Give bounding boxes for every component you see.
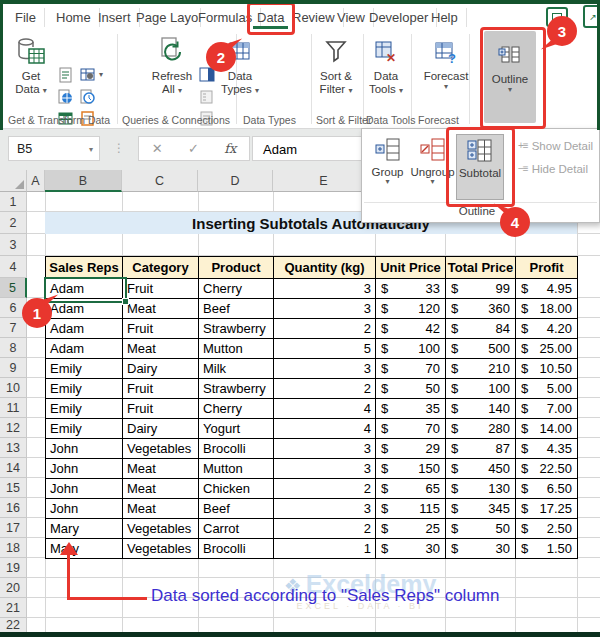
subtotal-menu-button[interactable]: Subtotal <box>456 134 504 200</box>
name-box-dropdown-icon[interactable]: ▾ <box>89 137 93 162</box>
hide-detail-item[interactable]: −≡ Hide Detail <box>518 160 600 177</box>
cell-unit-price[interactable]: $70 <box>376 359 446 379</box>
cell-category[interactable]: Vegetables <box>123 539 199 559</box>
cell-quantity[interactable]: 3 <box>274 499 376 519</box>
group-menu-button[interactable]: Group ▾ <box>365 134 410 200</box>
cell-category[interactable]: Fruit <box>123 379 199 399</box>
cell-unit-price[interactable]: $100 <box>376 339 446 359</box>
cell-product[interactable]: Cherry <box>199 279 274 299</box>
selected-cell-B5[interactable] <box>44 277 127 303</box>
cell-product[interactable]: Brocolli <box>199 439 274 459</box>
cell-unit-price[interactable]: $70 <box>376 419 446 439</box>
cell-sales-rep[interactable]: John <box>46 499 123 519</box>
row-header-7[interactable]: 7 <box>0 318 27 338</box>
cell-product[interactable]: Beef <box>199 499 274 519</box>
data-tools-button[interactable]: ✕ Data Tools ▾ <box>361 34 411 96</box>
cell-sales-rep[interactable]: Emily <box>46 359 123 379</box>
cell-profit[interactable]: $10.50 <box>516 359 578 379</box>
cell-category[interactable]: Dairy <box>123 419 199 439</box>
row-header-12[interactable]: 12 <box>0 418 27 438</box>
cell-total-price[interactable]: $140 <box>446 399 516 419</box>
row-header-20[interactable]: 20 <box>0 578 27 598</box>
cell-sales-rep[interactable]: Emily <box>46 419 123 439</box>
cell-quantity[interactable]: 3 <box>274 439 376 459</box>
cell-profit[interactable]: $18.00 <box>516 299 578 319</box>
cell-product[interactable]: Milk <box>199 359 274 379</box>
cell-sales-rep[interactable]: Adam <box>46 339 123 359</box>
cell-category[interactable]: Vegetables <box>123 519 199 539</box>
cell-category[interactable]: Fruit <box>123 279 199 299</box>
row-header-15[interactable]: 15 <box>0 478 27 498</box>
column-header-D[interactable]: D <box>198 170 273 192</box>
cell-unit-price[interactable]: $150 <box>376 459 446 479</box>
column-header-E[interactable]: E <box>273 170 375 192</box>
row-header-14[interactable]: 14 <box>0 458 27 478</box>
cell-sales-rep[interactable]: John <box>46 459 123 479</box>
table-header-cell[interactable]: Category <box>123 257 199 279</box>
cell-profit[interactable]: $17.25 <box>516 499 578 519</box>
recent-sources-icon[interactable] <box>79 88 96 105</box>
cell-profit[interactable]: $14.00 <box>516 419 578 439</box>
row-header-22[interactable]: 22 <box>0 618 27 633</box>
cell-profit[interactable]: $4.95 <box>516 279 578 299</box>
cell-quantity[interactable]: 3 <box>274 459 376 479</box>
row-header-17[interactable]: 17 <box>0 518 27 538</box>
cell-total-price[interactable]: $210 <box>446 359 516 379</box>
from-picture-icon[interactable] <box>79 66 96 83</box>
cell-unit-price[interactable]: $65 <box>376 479 446 499</box>
table-header-cell[interactable]: Quantity (kg) <box>274 257 376 279</box>
cell-product[interactable]: Strawberry <box>199 379 274 399</box>
cell-quantity[interactable]: 4 <box>274 399 376 419</box>
cell-quantity[interactable]: 5 <box>274 339 376 359</box>
row-header-9[interactable]: 9 <box>0 358 27 378</box>
row-header-13[interactable]: 13 <box>0 438 27 458</box>
cell-sales-rep[interactable]: John <box>46 439 123 459</box>
row-header-3[interactable]: 3 <box>0 234 27 256</box>
ungroup-menu-button[interactable]: Ungroup ▾ <box>410 134 455 200</box>
cell-unit-price[interactable]: $25 <box>376 519 446 539</box>
cell-sales-rep[interactable]: Mary <box>46 539 123 559</box>
cell-unit-price[interactable]: $33 <box>376 279 446 299</box>
cell-profit[interactable]: $4.20 <box>516 319 578 339</box>
column-header-B[interactable]: B <box>45 170 122 192</box>
cell-category[interactable]: Dairy <box>123 359 199 379</box>
tab-help[interactable]: Help <box>423 8 467 27</box>
cell-quantity[interactable]: 3 <box>274 359 376 379</box>
cell-total-price[interactable]: $87 <box>446 439 516 459</box>
cell-unit-price[interactable]: $35 <box>376 399 446 419</box>
table-header-cell[interactable]: Total Price <box>446 257 516 279</box>
forecast-button[interactable]: ? Forecast ▾ <box>420 34 472 91</box>
cell-product[interactable]: Beef <box>199 299 274 319</box>
cell-sales-rep[interactable]: Adam <box>46 319 123 339</box>
cell-profit[interactable]: $25.00 <box>516 339 578 359</box>
cell-total-price[interactable]: $100 <box>446 379 516 399</box>
cell-quantity[interactable]: 2 <box>274 319 376 339</box>
column-header-A[interactable]: A <box>27 170 45 192</box>
cell-category[interactable]: Fruit <box>123 399 199 419</box>
table-header-cell[interactable]: Product <box>199 257 274 279</box>
select-all-corner[interactable] <box>0 170 27 192</box>
enter-icon[interactable]: ✓ <box>188 141 199 156</box>
cell-category[interactable]: Meat <box>123 499 199 519</box>
column-header-C[interactable]: C <box>122 170 198 192</box>
row-header-2[interactable]: 2 <box>0 212 27 234</box>
cell-product[interactable]: Chicken <box>199 479 274 499</box>
name-box[interactable]: B5▾ <box>8 136 100 161</box>
cell-category[interactable]: Vegetables <box>123 439 199 459</box>
cell-total-price[interactable]: $280 <box>446 419 516 439</box>
cell-total-price[interactable]: $345 <box>446 499 516 519</box>
cell-unit-price[interactable]: $120 <box>376 299 446 319</box>
cell-profit[interactable]: $22.50 <box>516 459 578 479</box>
refresh-all-button[interactable]: Refresh All ▾ <box>144 34 200 96</box>
cell-total-price[interactable]: $130 <box>446 479 516 499</box>
outline-button[interactable]: Outline ▾ <box>484 31 536 123</box>
row-header-11[interactable]: 11 <box>0 398 27 418</box>
cell-profit[interactable]: $7.00 <box>516 399 578 419</box>
from-web-icon[interactable] <box>57 88 74 105</box>
from-text-csv-icon[interactable] <box>57 66 74 83</box>
row-header-10[interactable]: 10 <box>0 378 27 398</box>
cell-product[interactable]: Brocolli <box>199 539 274 559</box>
cell-unit-price[interactable]: $50 <box>376 379 446 399</box>
cell-quantity[interactable]: 2 <box>274 479 376 499</box>
cell-quantity[interactable]: 4 <box>274 419 376 439</box>
